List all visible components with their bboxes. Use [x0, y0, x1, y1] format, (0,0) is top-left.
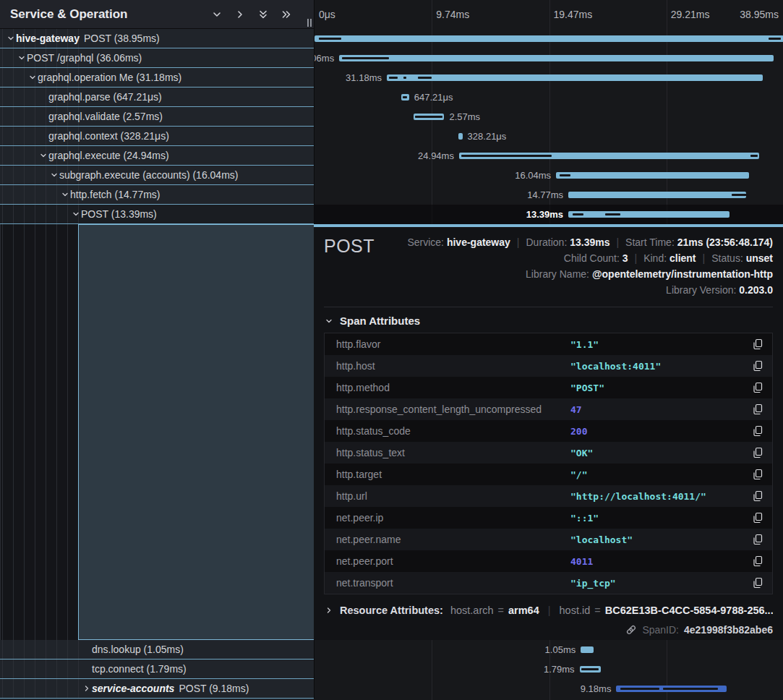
span-duration-label: 24.94ms — [418, 150, 454, 161]
span-timeline-cell[interactable]: 1.79ms — [314, 660, 783, 679]
span-attributes-header[interactable]: Span Attributes — [324, 315, 773, 327]
copy-icon[interactable] — [743, 447, 772, 458]
attribute-row: net.peer.name"localhost" — [325, 529, 772, 550]
span-row[interactable]: subgraph.execute (accounts) (16.04ms)16.… — [0, 166, 783, 185]
span-name-cell[interactable]: http.fetch (14.77ms) — [0, 185, 314, 205]
chevron-down-icon[interactable] — [60, 191, 70, 198]
span-bar[interactable] — [568, 192, 746, 198]
child-span-mark — [403, 96, 408, 98]
span-bar[interactable] — [459, 153, 760, 159]
chevron-down-icon[interactable] — [210, 7, 224, 22]
chevron-right-icon[interactable] — [233, 7, 247, 22]
attribute-key: net.peer.name — [325, 534, 570, 545]
span-timeline-cell[interactable]: 14.77ms — [314, 185, 783, 205]
span-duration-label: 647.21μs — [414, 92, 453, 103]
span-timeline-cell[interactable]: 24.94ms — [314, 146, 783, 166]
attribute-row: http.target"/" — [325, 464, 772, 485]
span-timeline-cell[interactable]: 16.04ms — [314, 166, 783, 185]
link-icon[interactable] — [625, 624, 637, 636]
meta-separator: | — [616, 236, 619, 248]
meta-value: client — [669, 252, 696, 264]
attribute-value: "localhost:4011" — [570, 361, 743, 372]
resource-attributes-row[interactable]: Resource Attributes: host.arch=arm64|hos… — [324, 605, 773, 616]
span-timeline-cell[interactable]: 9.18ms — [314, 679, 783, 699]
span-timeline-cell[interactable]: 1.05ms — [314, 640, 783, 660]
span-label: graphql.context (328.21μs) — [48, 130, 169, 142]
attribute-key: http.host — [325, 360, 570, 372]
span-bar[interactable] — [580, 666, 602, 673]
chevron-down-icon[interactable] — [17, 54, 27, 61]
span-bar[interactable] — [458, 133, 462, 140]
chevron-right-icon[interactable] — [82, 685, 92, 692]
span-row[interactable]: hive-gatewayPOST (38.95ms)38.95ms — [0, 29, 783, 48]
span-name-cell[interactable]: graphql.context (328.21μs) — [0, 127, 314, 146]
copy-icon[interactable] — [743, 555, 772, 567]
span-meta-line: Library Version: 0.203.0 — [375, 282, 773, 298]
copy-icon[interactable] — [743, 512, 772, 524]
copy-icon[interactable] — [743, 338, 772, 350]
span-row[interactable]: dns.lookup (1.05ms)1.05ms — [0, 640, 783, 660]
span-bar[interactable] — [616, 686, 727, 692]
span-timeline-cell[interactable]: 36.06ms — [314, 48, 783, 68]
span-timeline-cell[interactable]: 13.39ms — [314, 205, 783, 224]
copy-icon[interactable] — [743, 360, 772, 372]
resource-equals: = — [594, 605, 600, 616]
span-name-cell[interactable]: dns.lookup (1.05ms) — [0, 640, 314, 660]
span-row[interactable]: graphql.validate (2.57ms)2.57ms — [0, 107, 783, 127]
chevron-down-icon[interactable] — [38, 152, 48, 159]
double-chevron-right-icon[interactable] — [279, 7, 294, 22]
span-name-cell[interactable]: graphql.operation Me (31.18ms) — [0, 68, 314, 88]
span-bar[interactable] — [556, 172, 749, 179]
span-name-cell[interactable]: POST /graphql (36.06ms) — [0, 48, 314, 68]
span-bar[interactable] — [581, 646, 593, 653]
span-name-cell[interactable]: tcp.connect (1.79ms) — [0, 660, 314, 679]
span-attributes-title: Span Attributes — [340, 315, 420, 327]
span-row[interactable]: graphql.operation Me (31.18ms)31.18ms — [0, 68, 783, 88]
span-row[interactable]: graphql.parse (647.21μs)647.21μs — [0, 88, 783, 107]
chevron-down-icon[interactable] — [71, 210, 81, 218]
span-name-cell[interactable]: hive-gatewayPOST (38.95ms) — [0, 29, 314, 48]
span-timeline-cell[interactable]: 328.21μs — [314, 127, 783, 146]
span-name-cell[interactable]: service-accountsPOST (9.18ms) — [0, 679, 314, 699]
span-row[interactable]: POST /graphql (36.06ms)36.06ms — [0, 48, 783, 68]
attribute-value: "::1" — [570, 513, 743, 524]
copy-icon[interactable] — [743, 490, 772, 502]
child-span-mark — [403, 77, 406, 79]
chevron-down-icon[interactable] — [27, 74, 38, 81]
attribute-value: "OK" — [570, 448, 743, 458]
attribute-key: net.peer.port — [325, 555, 570, 567]
copy-icon[interactable] — [743, 577, 772, 589]
span-name-cell[interactable]: graphql.validate (2.57ms) — [0, 107, 314, 127]
span-name-cell[interactable]: graphql.execute (24.94ms) — [0, 146, 314, 166]
chevron-down-icon[interactable] — [6, 35, 16, 42]
span-bar[interactable] — [414, 114, 445, 120]
span-timeline-cell[interactable]: 647.21μs — [314, 88, 783, 107]
span-timeline-cell[interactable]: 38.95ms — [314, 29, 783, 48]
span-name-cell[interactable]: graphql.parse (647.21μs) — [0, 88, 314, 107]
copy-icon[interactable] — [743, 469, 772, 480]
span-bar[interactable] — [339, 55, 774, 61]
column-resizer-handle[interactable] — [307, 19, 312, 27]
double-chevron-down-icon[interactable] — [256, 7, 270, 22]
meta-key: Child Count: — [564, 252, 622, 264]
span-bar[interactable] — [401, 94, 409, 101]
span-row[interactable]: tcp.connect (1.79ms)1.79ms — [0, 660, 783, 679]
span-timeline-cell[interactable]: 31.18ms — [314, 68, 783, 88]
meta-value: hive-gateway — [447, 236, 510, 248]
span-bar[interactable] — [568, 211, 729, 218]
span-row[interactable]: POST (13.39ms)13.39ms — [0, 205, 783, 224]
copy-icon[interactable] — [743, 534, 772, 545]
span-row[interactable]: service-accountsPOST (9.18ms)9.18ms — [0, 679, 783, 699]
span-timeline-cell[interactable]: 2.57ms — [314, 107, 783, 127]
span-name-cell[interactable]: subgraph.execute (accounts) (16.04ms) — [0, 166, 314, 185]
span-row[interactable]: graphql.execute (24.94ms)24.94ms — [0, 146, 783, 166]
copy-icon[interactable] — [743, 404, 772, 415]
span-row[interactable]: http.fetch (14.77ms)14.77ms — [0, 185, 783, 205]
span-row[interactable]: graphql.context (328.21μs)328.21μs — [0, 127, 783, 146]
span-bar[interactable] — [315, 35, 783, 42]
span-name-cell[interactable]: POST (13.39ms) — [0, 205, 314, 224]
copy-icon[interactable] — [743, 425, 772, 437]
chevron-down-icon[interactable] — [49, 171, 59, 179]
copy-icon[interactable] — [743, 382, 772, 393]
span-bar[interactable] — [387, 74, 763, 81]
